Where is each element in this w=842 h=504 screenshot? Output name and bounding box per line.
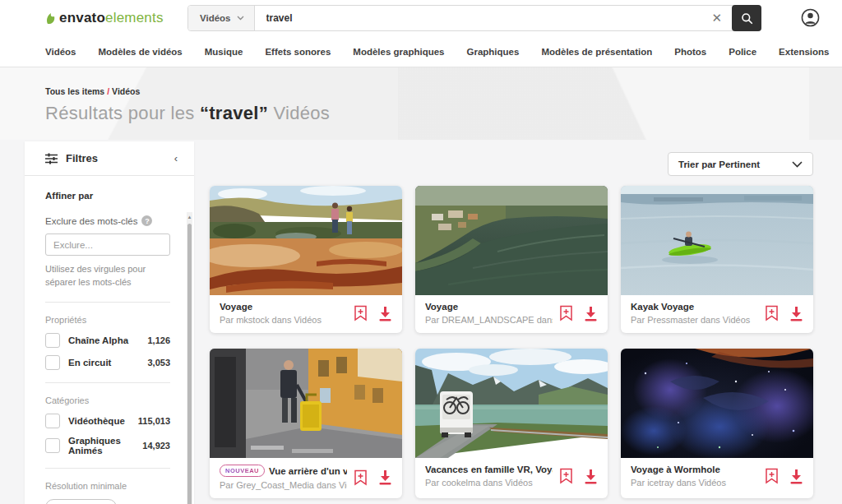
sort-dropdown[interactable]: Trier par Pertinent xyxy=(668,152,813,176)
user-avatar[interactable] xyxy=(801,8,820,27)
video-title[interactable]: Kayak Voyage xyxy=(631,302,758,312)
nav-photos[interactable]: Photos xyxy=(674,47,706,57)
checkbox[interactable] xyxy=(45,333,60,348)
video-title[interactable]: Vacances en famille VR, Voyage de v... xyxy=(425,465,553,474)
bookmark-add-icon[interactable] xyxy=(765,305,779,321)
video-title[interactable]: Voyage xyxy=(425,302,553,312)
title-query: “travel” xyxy=(200,103,268,123)
page: envatoelements Vidéos ✕ xyxy=(0,0,842,504)
video-thumbnail-rv-fjord[interactable] xyxy=(415,349,608,458)
slider-tooltip: Tous 129 936 xyxy=(45,499,117,504)
envato-logo[interactable]: envatoelements xyxy=(45,10,164,26)
breadcrumb-all-items[interactable]: Tous les items xyxy=(45,86,104,96)
nav-videos[interactable]: Vidéos xyxy=(45,47,76,57)
bookmark-add-icon[interactable] xyxy=(354,305,368,321)
avatar-icon xyxy=(801,8,820,27)
nav-presentation-templates[interactable]: Modèles de présentation xyxy=(541,47,652,57)
search-bar: Vidéos ✕ xyxy=(187,5,761,31)
nav-graphic-templates[interactable]: Modèles graphiques xyxy=(353,47,444,57)
download-icon[interactable] xyxy=(378,469,392,485)
sort-label: Trier par Pertinent xyxy=(678,160,792,169)
bookmark-add-icon[interactable] xyxy=(354,469,368,486)
video-title[interactable]: Voyage à Wormhole xyxy=(631,465,758,474)
sidebar-scrollbar[interactable]: ▲ xyxy=(187,212,192,504)
video-thumbnail-couple-walking[interactable] xyxy=(210,186,402,295)
checkbox[interactable] xyxy=(45,355,60,370)
video-card[interactable]: NOUVEAU Vue arrière d'un voyageu... Par … xyxy=(210,349,402,498)
breadcrumb-separator: / xyxy=(104,86,112,96)
video-card[interactable]: Voyage Par DREAM_LANDSCAPE dans Vidéos xyxy=(415,186,608,333)
download-icon[interactable] xyxy=(584,469,598,484)
filters-body: Affiner par Exclure des mots-clés ? Util… xyxy=(25,176,194,504)
video-author[interactable]: Par DREAM_LANDSCAPE dans Vidéos xyxy=(425,315,553,325)
video-card[interactable]: Kayak Voyage Par Pressmaster dans Vidéos xyxy=(621,186,813,333)
filters-header: Filtres ‹ xyxy=(25,141,194,176)
download-icon[interactable] xyxy=(584,306,598,321)
exclude-keywords-input[interactable] xyxy=(45,234,170,256)
filter-motion-graphics[interactable]: Graphiques Animés 14,923 xyxy=(45,436,170,455)
scrollbar-thumb[interactable] xyxy=(187,224,192,504)
download-icon[interactable] xyxy=(789,306,803,321)
video-thumbnail-traveler-street[interactable] xyxy=(210,349,402,458)
bookmark-add-icon[interactable] xyxy=(559,468,573,484)
breadcrumb-videos[interactable]: Vidéos xyxy=(112,86,140,96)
chevron-down-icon xyxy=(792,161,803,168)
title-suffix: Vidéos xyxy=(268,103,330,123)
card-meta: Voyage à Wormhole Par icetray dans Vidéo… xyxy=(621,458,813,496)
filter-looped[interactable]: En circuit 3,053 xyxy=(45,355,170,370)
nav-fonts[interactable]: Police xyxy=(729,47,756,57)
bookmark-add-icon[interactable] xyxy=(765,468,779,484)
nav-video-templates[interactable]: Modèles de vidéos xyxy=(99,47,183,57)
video-author[interactable]: Par Pressmaster dans Vidéos xyxy=(631,315,758,325)
filter-label: Chaîne Alpha xyxy=(68,335,147,345)
nav-music[interactable]: Musique xyxy=(205,47,243,57)
collapse-panel-icon[interactable]: ‹ xyxy=(174,152,178,164)
video-card[interactable]: Voyage à Wormhole Par icetray dans Vidéo… xyxy=(621,349,813,498)
exclude-label-text: Exclure des mots-clés xyxy=(45,216,137,226)
bookmark-add-icon[interactable] xyxy=(559,305,573,321)
envato-leaf-icon xyxy=(45,12,56,25)
category-nav: Vidéos Modèles de vidéos Musique Effets … xyxy=(0,36,842,67)
filter-label: Graphiques Animés xyxy=(68,436,142,455)
video-title[interactable]: NOUVEAU Vue arrière d'un voyageu... xyxy=(220,465,347,477)
filter-alpha-channel[interactable]: Chaîne Alpha 1,126 xyxy=(45,333,170,348)
logo-envato-text: envato xyxy=(59,10,105,26)
filter-label: En circuit xyxy=(68,358,147,368)
video-author[interactable]: Par cookelma dans Vidéos xyxy=(425,478,553,488)
content-area: Filtres ‹ Affiner par Exclure des mots-c… xyxy=(0,140,842,504)
checkbox[interactable] xyxy=(45,414,60,428)
search-button[interactable] xyxy=(732,5,761,31)
download-icon[interactable] xyxy=(378,306,392,321)
search-input[interactable] xyxy=(255,6,702,30)
video-thumbnail-wormhole[interactable] xyxy=(621,349,813,458)
download-icon[interactable] xyxy=(789,469,803,484)
filter-stock-footage[interactable]: Vidéothèque 115,013 xyxy=(45,414,170,428)
sort-bar: Trier par Pertinent xyxy=(210,152,813,176)
divider xyxy=(45,468,170,469)
filter-count: 14,923 xyxy=(142,441,170,451)
video-thumbnail-river-valley[interactable] xyxy=(415,186,608,295)
video-author[interactable]: Par mkstock dans Vidéos xyxy=(220,315,347,325)
checkbox[interactable] xyxy=(45,438,60,453)
clear-search-icon[interactable]: ✕ xyxy=(701,6,732,30)
top-bar: envatoelements Vidéos ✕ xyxy=(0,0,842,36)
video-author[interactable]: Par Grey_Coast_Media dans Vidéos xyxy=(220,480,347,490)
filter-label: Vidéothèque xyxy=(68,416,138,426)
scrollbar-up-arrow[interactable]: ▲ xyxy=(187,215,192,220)
filters-icon xyxy=(45,153,58,164)
card-meta: Kayak Voyage Par Pressmaster dans Vidéos xyxy=(621,295,813,333)
video-card[interactable]: Vacances en famille VR, Voyage de v... P… xyxy=(415,349,608,498)
nav-sound-effects[interactable]: Effets sonores xyxy=(265,47,331,57)
help-icon[interactable]: ? xyxy=(141,215,152,226)
video-title[interactable]: Voyage xyxy=(220,302,347,312)
video-author[interactable]: Par icetray dans Vidéos xyxy=(631,478,758,488)
exclude-help-text: Utilisez des virgules pour séparer les m… xyxy=(45,263,173,289)
video-thumbnail-kayak[interactable] xyxy=(621,186,813,295)
search-category-dropdown[interactable]: Vidéos xyxy=(188,6,255,30)
page-title: Résultats pour les “travel” Vidéos xyxy=(45,103,842,124)
video-card[interactable]: Voyage Par mkstock dans Vidéos xyxy=(210,186,402,333)
new-badge: NOUVEAU xyxy=(220,465,265,477)
exclude-keywords-label: Exclure des mots-clés ? xyxy=(45,215,171,226)
nav-graphics[interactable]: Graphiques xyxy=(466,47,519,57)
nav-addons[interactable]: Extensions xyxy=(779,47,829,57)
